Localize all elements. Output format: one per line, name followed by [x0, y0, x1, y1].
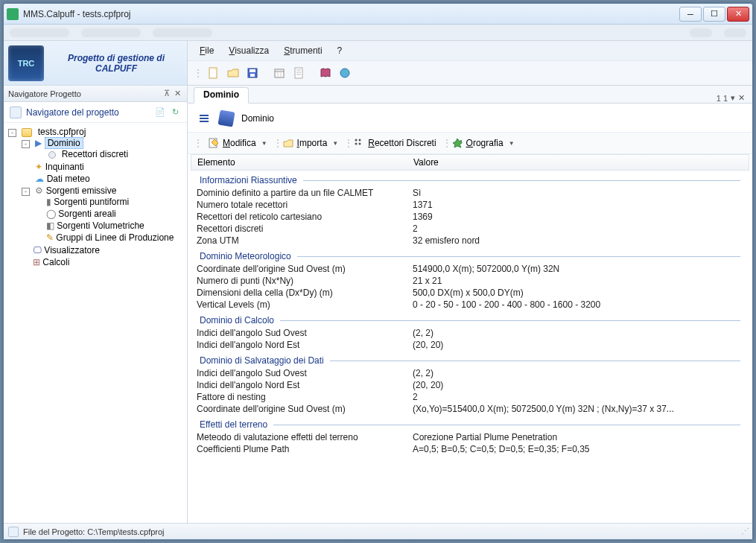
col-valore[interactable]: Valore — [407, 157, 749, 168]
table-row[interactable]: Dimensioni della cella (Dx*Dy) (m)500,0 … — [191, 287, 749, 299]
open-icon[interactable] — [225, 65, 241, 81]
svg-rect-4 — [275, 69, 284, 77]
save-icon[interactable] — [244, 65, 261, 81]
top-row: TRC Progetto di gestione di CALPUFF File… — [4, 41, 752, 86]
table-row[interactable]: Indici dell'angolo Nord Est(20, 20) — [191, 379, 749, 391]
menu-visualizza[interactable]: Visualizza — [223, 43, 275, 58]
svg-rect-8 — [295, 68, 302, 78]
sidebar-subheader: Navigatore del progetto 📄 ↻ — [4, 102, 187, 123]
tree-dominio-label: Dominio — [45, 137, 83, 149]
svg-point-16 — [355, 143, 358, 145]
book-icon[interactable] — [317, 65, 334, 81]
sidebar: Navigatore Progetto ⊼ ✕ Navigatore del p… — [4, 86, 188, 523]
recettori-button[interactable]: Recettori Discreti — [349, 136, 440, 150]
document-icon[interactable] — [290, 65, 307, 81]
collapse-icon[interactable]: - — [8, 129, 16, 137]
page: Dominio ⋮ Modifica▼ ⋮ Importa▼ ⋮ — [188, 104, 752, 523]
menu-toolbar-area: File Visualizza Strumenti ? ⋮ — [188, 41, 752, 86]
importa-button[interactable]: Importa▼ — [279, 136, 343, 150]
table-row[interactable]: Vertical Levels (m)0 - 20 - 50 - 100 - 2… — [191, 299, 749, 311]
minimize-button[interactable]: ─ — [679, 7, 702, 22]
pin-icon[interactable]: ⊼ — [162, 89, 172, 98]
page-toolbar: ⋮ Modifica▼ ⋮ Importa▼ ⋮ — [188, 132, 752, 154]
table-row[interactable]: Coordinate dell'origine Sud Ovest (m)(Xo… — [191, 403, 749, 415]
table-row[interactable]: Zona UTM32 emisfero nord — [191, 235, 749, 247]
orografia-button[interactable]: Orografia▼ — [448, 136, 519, 150]
tree-gruppi-linee[interactable]: ✎ Gruppi di Linee di Produzione — [35, 232, 185, 244]
tree-item-label: Sorgenti Volumetriche — [57, 220, 144, 231]
table-row[interactable]: Dominio definito a partire da un file CA… — [191, 187, 749, 199]
tree-recettori-discreti[interactable]: Recettori discreti — [35, 148, 185, 160]
tree-item-label: Sorgenti puntiformi — [54, 197, 129, 207]
table-row[interactable]: Meteodo di valutazione effetti del terre… — [191, 431, 749, 443]
table-row[interactable]: Recettori discreti2 — [191, 223, 749, 235]
section-salvataggio: Dominio di Salvataggio dei Dati — [191, 351, 749, 367]
section-informazioni: Informazioni Riassuntive — [191, 171, 749, 187]
tree-visualizzatore[interactable]: 🖵 Visualizzatore — [22, 244, 185, 256]
svg-point-14 — [355, 139, 358, 142]
col-elemento[interactable]: Elemento — [191, 157, 407, 168]
table-row[interactable]: Coordinate dell'origine Sud Ovest (m)514… — [191, 263, 749, 275]
tree-root[interactable]: - tests.cpfproj - ▶ Dominio — [8, 126, 185, 269]
sidebar-action2-icon[interactable]: ↻ — [169, 107, 181, 118]
table-row[interactable]: Indici dell'angolo Sud Ovest(2, 2) — [191, 327, 749, 339]
lines-icon — [200, 115, 209, 122]
sidebar-action1-icon[interactable]: 📄 — [154, 107, 166, 118]
table-row[interactable]: Fattore di nesting2 — [191, 391, 749, 403]
brand-logo: TRC — [8, 45, 44, 81]
close-button[interactable]: ✕ — [727, 7, 749, 22]
table-row[interactable]: Indici dell'angolo Nord Est(20, 20) — [191, 339, 749, 351]
tree-inquinanti[interactable]: ✦ Inquinanti — [22, 161, 185, 173]
tree-sorgenti-volumetriche[interactable]: ◧ Sorgenti Volumetriche — [35, 220, 185, 232]
section-meteo: Dominio Meteorologico — [191, 247, 749, 263]
sidebar-close-icon[interactable]: ✕ — [172, 89, 182, 98]
brand-panel: TRC Progetto di gestione di CALPUFF — [4, 41, 188, 86]
maximize-button[interactable]: ☐ — [703, 7, 725, 22]
table-row[interactable]: Numero di punti (Nx*Ny)21 x 21 — [191, 275, 749, 287]
collapse-icon[interactable]: - — [22, 140, 30, 148]
new-icon[interactable] — [206, 65, 222, 81]
menu-help[interactable]: ? — [331, 43, 349, 58]
tree-dati-meteo[interactable]: ☁ Dati meteo — [22, 173, 185, 185]
window-controls: ─ ☐ ✕ — [679, 7, 749, 22]
tree-root-label: tests.cpfproj — [38, 127, 86, 137]
tree-sorgenti-areali[interactable]: ◯ Sorgenti areali — [35, 208, 185, 220]
svg-point-15 — [359, 139, 361, 142]
brand-line2: CALPUFF — [95, 63, 137, 74]
tree-sorgenti-puntiformi[interactable]: ▮ Sorgenti puntiformi — [35, 196, 185, 208]
modifica-button[interactable]: Modifica▼ — [204, 136, 272, 150]
table-row[interactable]: Numero totale recettori1371 — [191, 199, 749, 211]
terrain-icon — [452, 138, 463, 148]
tab-menu-icon[interactable]: ▾ — [729, 93, 737, 103]
app-window: MMS.Calpuff - tests.cpfproj ─ ☐ ✕ TRC Pr… — [3, 3, 753, 540]
tab-close-icon[interactable]: ✕ — [737, 93, 746, 103]
table-row[interactable]: Indici dell'angolo Sud Ovest(2, 2) — [191, 367, 749, 379]
tree-item-label: Visualizzatore — [44, 245, 99, 255]
tab-dominio[interactable]: Dominio — [194, 87, 249, 104]
table-row[interactable]: Coefficienti Plume PathA=0,5; B=0,5; C=0… — [191, 443, 749, 455]
tree-calcoli[interactable]: ⊞ Calcoli — [22, 256, 185, 268]
cube-icon — [217, 109, 235, 127]
svg-point-17 — [359, 143, 361, 145]
svg-rect-2 — [250, 69, 255, 72]
main-toolbar: ⋮ — [188, 60, 752, 85]
calendar-icon[interactable] — [271, 65, 288, 81]
tree-item-label: Dati meteo — [47, 174, 90, 184]
resize-grip-icon[interactable]: ⋰ — [741, 527, 748, 536]
page-title: Dominio — [241, 113, 274, 124]
tree-sorgenti[interactable]: - ⚙ Sorgenti emissive ▮ Sorgenti puntifo… — [22, 185, 185, 244]
project-tree: - tests.cpfproj - ▶ Dominio — [4, 123, 187, 523]
status-icon — [8, 527, 19, 537]
grid-icon — [354, 138, 364, 148]
globe-icon[interactable] — [337, 65, 353, 81]
collapse-icon[interactable]: - — [22, 188, 30, 196]
brand-line1: Progetto di gestione di — [68, 53, 165, 63]
tree-dominio[interactable]: - ▶ Dominio Recettori discreti — [22, 137, 185, 161]
menu-file[interactable]: File — [194, 43, 220, 58]
sidebar-title: Navigatore Progetto — [8, 89, 81, 98]
sidebar-header: Navigatore Progetto ⊼ ✕ — [4, 86, 187, 102]
table-row[interactable]: Recettori del reticolo cartesiano1369 — [191, 211, 749, 223]
menu-strumenti[interactable]: Strumenti — [278, 43, 328, 58]
edit-icon — [209, 138, 219, 148]
app-icon — [7, 8, 19, 20]
